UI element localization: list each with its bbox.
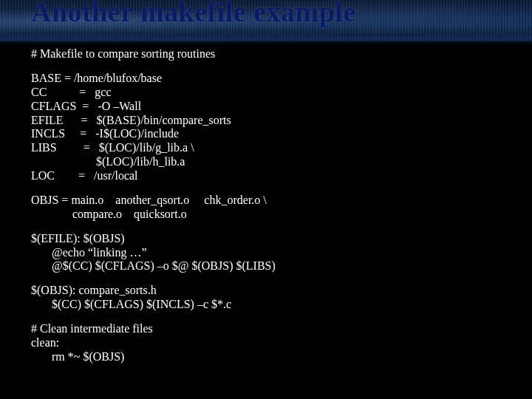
makefile-clean: # Clean intermediate files clean: rm *~ …	[31, 322, 510, 364]
slide-body: # Makefile to compare sorting routines B…	[31, 47, 510, 375]
makefile-comment: # Makefile to compare sorting routines	[31, 47, 510, 61]
makefile-efile-rule: $(EFILE): $(OBJS) @echo “linking …” @$(C…	[31, 232, 510, 274]
makefile-vars: BASE = /home/blufox/base CC = gcc CFLAGS…	[31, 72, 510, 183]
slide-title: Another makefile example	[31, 0, 356, 28]
slide: Another makefile example # Makefile to c…	[0, 0, 532, 399]
makefile-objs: OBJS = main.o another_qsort.o chk_order.…	[31, 194, 510, 222]
makefile-objs-rule: $(OBJS): compare_sorts.h $(CC) $(CFLAGS)…	[31, 284, 510, 312]
